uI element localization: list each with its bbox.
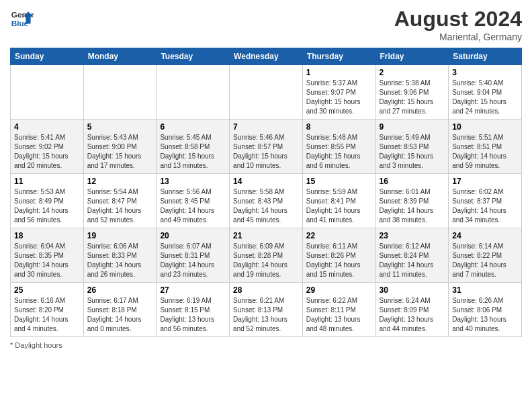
logo-icon: General Blue: [10, 7, 34, 31]
day-info: Sunrise: 5:56 AM Sunset: 8:45 PM Dayligh…: [160, 187, 226, 225]
day-cell: 26Sunrise: 6:17 AM Sunset: 8:18 PM Dayli…: [83, 283, 157, 337]
day-cell: 15Sunrise: 5:59 AM Sunset: 8:41 PM Dayli…: [302, 174, 375, 228]
day-info: Sunrise: 6:21 AM Sunset: 8:13 PM Dayligh…: [233, 296, 299, 334]
day-cell: 2Sunrise: 5:38 AM Sunset: 9:06 PM Daylig…: [375, 65, 449, 120]
day-number: 21: [233, 231, 299, 240]
day-number: 31: [452, 285, 518, 295]
day-number: 22: [306, 231, 372, 240]
location: Mariental, Germany: [394, 32, 522, 42]
day-cell: 17Sunrise: 6:02 AM Sunset: 8:37 PM Dayli…: [449, 174, 522, 228]
day-info: Sunrise: 5:45 AM Sunset: 8:58 PM Dayligh…: [160, 133, 226, 171]
day-number: 15: [306, 177, 372, 186]
day-cell: 16Sunrise: 6:01 AM Sunset: 8:39 PM Dayli…: [375, 174, 449, 228]
week-row-5: 25Sunrise: 6:16 AM Sunset: 8:20 PM Dayli…: [11, 283, 522, 337]
day-info: Sunrise: 6:02 AM Sunset: 8:37 PM Dayligh…: [452, 187, 518, 225]
day-info: Sunrise: 6:17 AM Sunset: 8:18 PM Dayligh…: [87, 296, 153, 334]
day-info: Sunrise: 6:06 AM Sunset: 8:33 PM Dayligh…: [87, 242, 153, 279]
day-info: Sunrise: 6:01 AM Sunset: 8:39 PM Dayligh…: [380, 187, 445, 225]
day-number: 30: [380, 285, 445, 295]
day-info: Sunrise: 6:24 AM Sunset: 8:09 PM Dayligh…: [380, 296, 445, 334]
day-info: Sunrise: 5:53 AM Sunset: 8:49 PM Dayligh…: [14, 187, 80, 225]
day-info: Sunrise: 5:43 AM Sunset: 9:00 PM Dayligh…: [87, 133, 153, 171]
day-info: Sunrise: 5:51 AM Sunset: 8:51 PM Dayligh…: [452, 133, 518, 171]
day-number: 25: [14, 285, 80, 295]
day-info: Sunrise: 6:09 AM Sunset: 8:28 PM Dayligh…: [233, 242, 299, 279]
day-number: 16: [380, 177, 445, 186]
day-number: 23: [380, 231, 445, 240]
day-number: 27: [160, 285, 226, 295]
day-header-thursday: Thursday: [302, 48, 375, 65]
day-info: Sunrise: 5:48 AM Sunset: 8:55 PM Dayligh…: [306, 133, 372, 171]
day-info: Sunrise: 6:16 AM Sunset: 8:20 PM Dayligh…: [14, 296, 80, 334]
day-cell: 8Sunrise: 5:48 AM Sunset: 8:55 PM Daylig…: [302, 120, 375, 174]
day-cell: 18Sunrise: 6:04 AM Sunset: 8:35 PM Dayli…: [11, 228, 84, 283]
day-cell: 27Sunrise: 6:19 AM Sunset: 8:15 PM Dayli…: [157, 283, 230, 337]
day-number: 7: [233, 122, 299, 132]
day-number: 5: [87, 122, 153, 132]
day-cell: [11, 65, 84, 120]
footer-note-text: Daylight hours: [15, 341, 62, 349]
day-header-monday: Monday: [83, 48, 157, 65]
day-cell: 1Sunrise: 5:37 AM Sunset: 9:07 PM Daylig…: [302, 65, 375, 120]
day-number: 8: [306, 122, 372, 132]
day-info: Sunrise: 6:12 AM Sunset: 8:24 PM Dayligh…: [380, 242, 445, 279]
day-cell: 28Sunrise: 6:21 AM Sunset: 8:13 PM Dayli…: [230, 283, 303, 337]
day-cell: [230, 65, 303, 120]
day-info: Sunrise: 5:58 AM Sunset: 8:43 PM Dayligh…: [233, 187, 299, 225]
day-number: 29: [306, 285, 372, 295]
day-number: 18: [14, 231, 80, 240]
day-cell: 22Sunrise: 6:11 AM Sunset: 8:26 PM Dayli…: [302, 228, 375, 283]
day-header-tuesday: Tuesday: [157, 48, 230, 65]
day-cell: 19Sunrise: 6:06 AM Sunset: 8:33 PM Dayli…: [83, 228, 157, 283]
day-number: 1: [306, 68, 372, 77]
day-cell: 9Sunrise: 5:49 AM Sunset: 8:53 PM Daylig…: [375, 120, 449, 174]
day-cell: 7Sunrise: 5:46 AM Sunset: 8:57 PM Daylig…: [230, 120, 303, 174]
footer-note: * Daylight hours: [10, 341, 522, 349]
week-row-2: 4Sunrise: 5:41 AM Sunset: 9:02 PM Daylig…: [11, 120, 522, 174]
day-number: 6: [160, 122, 226, 132]
day-cell: 20Sunrise: 6:07 AM Sunset: 8:31 PM Dayli…: [157, 228, 230, 283]
day-number: 13: [160, 177, 226, 186]
day-cell: 30Sunrise: 6:24 AM Sunset: 8:09 PM Dayli…: [375, 283, 449, 337]
day-cell: 3Sunrise: 5:40 AM Sunset: 9:04 PM Daylig…: [449, 65, 522, 120]
day-cell: 12Sunrise: 5:54 AM Sunset: 8:47 PM Dayli…: [83, 174, 157, 228]
day-info: Sunrise: 5:37 AM Sunset: 9:07 PM Dayligh…: [306, 79, 372, 116]
day-info: Sunrise: 6:19 AM Sunset: 8:15 PM Dayligh…: [160, 296, 226, 334]
day-info: Sunrise: 6:26 AM Sunset: 8:06 PM Dayligh…: [452, 296, 518, 334]
day-cell: 21Sunrise: 6:09 AM Sunset: 8:28 PM Dayli…: [230, 228, 303, 283]
week-row-4: 18Sunrise: 6:04 AM Sunset: 8:35 PM Dayli…: [11, 228, 522, 283]
day-number: 2: [380, 68, 445, 77]
day-cell: 10Sunrise: 5:51 AM Sunset: 8:51 PM Dayli…: [449, 120, 522, 174]
title-block: August 2024 Mariental, Germany: [394, 7, 522, 42]
day-number: 9: [380, 122, 445, 132]
day-number: 26: [87, 285, 153, 295]
day-info: Sunrise: 5:54 AM Sunset: 8:47 PM Dayligh…: [87, 187, 153, 225]
day-info: Sunrise: 5:59 AM Sunset: 8:41 PM Dayligh…: [306, 187, 372, 225]
day-info: Sunrise: 5:41 AM Sunset: 9:02 PM Dayligh…: [14, 133, 80, 171]
day-header-sunday: Sunday: [11, 48, 84, 65]
day-info: Sunrise: 5:49 AM Sunset: 8:53 PM Dayligh…: [380, 133, 445, 171]
day-cell: 25Sunrise: 6:16 AM Sunset: 8:20 PM Dayli…: [11, 283, 84, 337]
day-cell: 31Sunrise: 6:26 AM Sunset: 8:06 PM Dayli…: [449, 283, 522, 337]
day-header-wednesday: Wednesday: [230, 48, 303, 65]
day-number: 10: [452, 122, 518, 132]
day-cell: 14Sunrise: 5:58 AM Sunset: 8:43 PM Dayli…: [230, 174, 303, 228]
day-info: Sunrise: 5:46 AM Sunset: 8:57 PM Dayligh…: [233, 133, 299, 171]
day-info: Sunrise: 6:07 AM Sunset: 8:31 PM Dayligh…: [160, 242, 226, 279]
day-number: 17: [452, 177, 518, 186]
day-cell: 6Sunrise: 5:45 AM Sunset: 8:58 PM Daylig…: [157, 120, 230, 174]
day-cell: 13Sunrise: 5:56 AM Sunset: 8:45 PM Dayli…: [157, 174, 230, 228]
week-row-1: 1Sunrise: 5:37 AM Sunset: 9:07 PM Daylig…: [11, 65, 522, 120]
day-cell: [157, 65, 230, 120]
day-cell: 24Sunrise: 6:14 AM Sunset: 8:22 PM Dayli…: [449, 228, 522, 283]
day-cell: 11Sunrise: 5:53 AM Sunset: 8:49 PM Dayli…: [11, 174, 84, 228]
day-cell: 4Sunrise: 5:41 AM Sunset: 9:02 PM Daylig…: [11, 120, 84, 174]
day-headers-row: SundayMondayTuesdayWednesdayThursdayFrid…: [11, 48, 522, 65]
day-info: Sunrise: 6:22 AM Sunset: 8:11 PM Dayligh…: [306, 296, 372, 334]
month-year: August 2024: [394, 7, 522, 32]
day-header-friday: Friday: [375, 48, 449, 65]
day-number: 11: [14, 177, 80, 186]
day-number: 20: [160, 231, 226, 240]
day-number: 24: [452, 231, 518, 240]
day-header-saturday: Saturday: [449, 48, 522, 65]
